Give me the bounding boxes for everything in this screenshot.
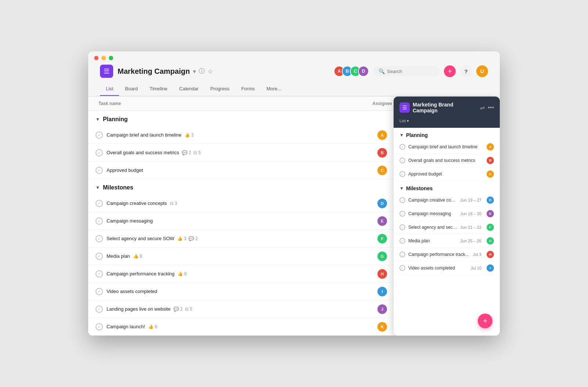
side-task-7: Media plan <box>408 238 458 243</box>
list-item[interactable]: ✓ Approved budget C <box>394 167 500 181</box>
assignee-avatar-3: C <box>377 166 387 175</box>
task-check-3[interactable]: ✓ <box>96 167 103 174</box>
list-item[interactable]: ✓ Campaign creative conc... Jun 19 – 27 … <box>394 194 500 207</box>
list-item[interactable]: ✓ Select agency and secu... Jun 21 – 22 … <box>394 221 500 234</box>
task-check-2[interactable]: ✓ <box>96 149 103 156</box>
close-button[interactable] <box>94 56 98 60</box>
milestones-title: Milestones <box>103 184 133 191</box>
tab-progress[interactable]: Progress <box>204 82 235 96</box>
star-icon[interactable]: ☆ <box>208 68 213 75</box>
side-check-2[interactable]: ✓ <box>399 158 405 163</box>
side-task-6: Select agency and secu... <box>408 225 458 230</box>
tab-timeline[interactable]: Timeline <box>144 82 173 96</box>
add-button[interactable]: + <box>444 65 456 77</box>
side-task-1: Campaign brief and launch timeline <box>408 144 484 149</box>
help-button[interactable]: ? <box>460 65 472 77</box>
list-item[interactable]: ✓ Campaign performance track... Jul 3 H <box>394 248 500 261</box>
info-icon[interactable]: ⓘ <box>199 68 205 75</box>
side-avatar-3: C <box>487 170 494 178</box>
side-check-3[interactable]: ✓ <box>399 171 405 177</box>
content-area: Task name Assignee Due date Status ▼ Pla… <box>88 97 500 336</box>
user-avatar[interactable]: U <box>476 65 488 77</box>
comments-2: 💬 2 <box>182 150 191 155</box>
side-milestones-chevron[interactable]: ▼ <box>399 186 404 191</box>
list-item[interactable]: ✓ Campaign messaging Jun 18 – 20 E <box>394 207 500 221</box>
side-panel-title: Marketing Brand Campaign <box>413 102 477 113</box>
side-task-4: Campaign creative conc... <box>408 198 458 203</box>
task-meta-2: 💬 2 ⊟ 5 <box>182 150 201 155</box>
likes-6: 👍 3 <box>177 236 186 241</box>
task-check-11[interactable]: ✓ <box>96 323 103 330</box>
task-meta-6: 👍 3 💬 2 <box>177 236 198 241</box>
list-item[interactable]: ✓ Overall goals and success metrics B <box>394 154 500 167</box>
task-check-7[interactable]: ✓ <box>96 253 103 260</box>
task-check-4[interactable]: ✓ <box>96 200 103 207</box>
tab-more[interactable]: More... <box>261 82 287 96</box>
search-bar[interactable]: 🔍 <box>373 66 440 76</box>
tab-calendar[interactable]: Calendar <box>173 82 205 96</box>
assignee-avatar-1: A <box>377 130 387 140</box>
task-check-6[interactable]: ✓ <box>96 235 103 242</box>
side-section-planning: ▼ Planning <box>394 128 500 140</box>
task-name-6: Select agency and secure SOW 👍 3 💬 2 <box>107 236 364 241</box>
maximize-button[interactable] <box>109 56 113 60</box>
task-name-10: Landing pages live on website 💬 2 ⊟ 5 <box>107 306 364 312</box>
side-planning-title: Planning <box>406 132 428 138</box>
search-icon: 🔍 <box>379 68 385 74</box>
side-avatar-8: H <box>487 251 494 258</box>
header: ☰ Marketing Campaign ▾ ⓘ ☆ A B C D 🔍 <box>94 65 494 82</box>
task-check-8[interactable]: ✓ <box>96 270 103 278</box>
list-item[interactable]: ✓ Video assets completed Jul 10 I <box>394 261 500 275</box>
milestones-chevron[interactable]: ▼ <box>96 185 100 190</box>
side-check-6[interactable]: ✓ <box>399 224 405 230</box>
minimize-button[interactable] <box>101 56 106 60</box>
side-section-milestones: ▼ Milestones <box>394 181 500 194</box>
subtasks-2: ⊟ 5 <box>193 150 201 155</box>
side-milestones-title: Milestones <box>406 185 433 191</box>
task-name-4: Campaign creative concepts ⊟ 3 <box>107 200 364 206</box>
likes-11: 👍 8 <box>148 324 157 329</box>
side-check-4[interactable]: ✓ <box>399 197 405 203</box>
task-check-5[interactable]: ✓ <box>96 217 103 225</box>
likes-8: 👍 8 <box>178 271 187 276</box>
task-name-8: Campaign performance tracking 👍 8 <box>107 271 364 276</box>
task-name-1: Campaign brief and launch timeline 👍 3 <box>107 132 364 138</box>
side-avatar-4: D <box>487 196 494 204</box>
tab-list[interactable]: List <box>100 82 119 96</box>
side-panel-body: ▼ Planning ✓ Campaign brief and launch t… <box>394 128 500 275</box>
side-task-2: Overall goals and success metrics <box>408 158 484 163</box>
search-input[interactable] <box>387 69 434 74</box>
task-check-10[interactable]: ✓ <box>96 305 103 313</box>
side-check-1[interactable]: ✓ <box>399 144 405 150</box>
project-icon: ☰ <box>100 65 113 78</box>
list-item[interactable]: ✓ Campaign brief and launch timeline A <box>394 140 500 154</box>
subtasks-10: ⊟ 5 <box>185 307 192 312</box>
task-check-9[interactable]: ✓ <box>96 288 103 295</box>
tab-board[interactable]: Board <box>119 82 144 96</box>
task-name-9: Video assets completed <box>107 289 364 294</box>
planning-chevron[interactable]: ▼ <box>96 117 100 122</box>
side-check-7[interactable]: ✓ <box>399 238 405 244</box>
side-date-4: Jun 19 – 27 <box>460 198 482 202</box>
assignee-avatar-7: G <box>377 252 387 261</box>
avatar-4[interactable]: D <box>358 66 369 77</box>
list-item[interactable]: ✓ Media plan Jun 25 – 26 G <box>394 234 500 248</box>
side-planning-chevron[interactable]: ▼ <box>399 133 404 138</box>
side-avatar-7: G <box>487 237 494 245</box>
side-date-5: Jun 18 – 20 <box>460 211 482 216</box>
filter-icon[interactable]: ⇌ <box>480 104 485 111</box>
more-icon[interactable]: ••• <box>488 104 494 111</box>
task-check-1[interactable]: ✓ <box>96 131 103 139</box>
side-check-8[interactable]: ✓ <box>399 252 405 257</box>
task-name-11: Campaign launch! 👍 8 <box>107 324 364 329</box>
assignee-avatar-8: H <box>377 269 387 279</box>
assignee-avatar-5: E <box>377 216 387 226</box>
traffic-lights <box>94 56 494 60</box>
side-check-9[interactable]: ✓ <box>399 265 405 271</box>
dropdown-icon[interactable]: ▾ <box>193 68 196 75</box>
assignee-avatar-11: K <box>377 322 387 332</box>
tab-forms[interactable]: Forms <box>235 82 261 96</box>
fab-button[interactable]: + <box>478 314 492 328</box>
task-meta-8: 👍 8 <box>178 271 187 276</box>
side-check-5[interactable]: ✓ <box>399 211 405 217</box>
